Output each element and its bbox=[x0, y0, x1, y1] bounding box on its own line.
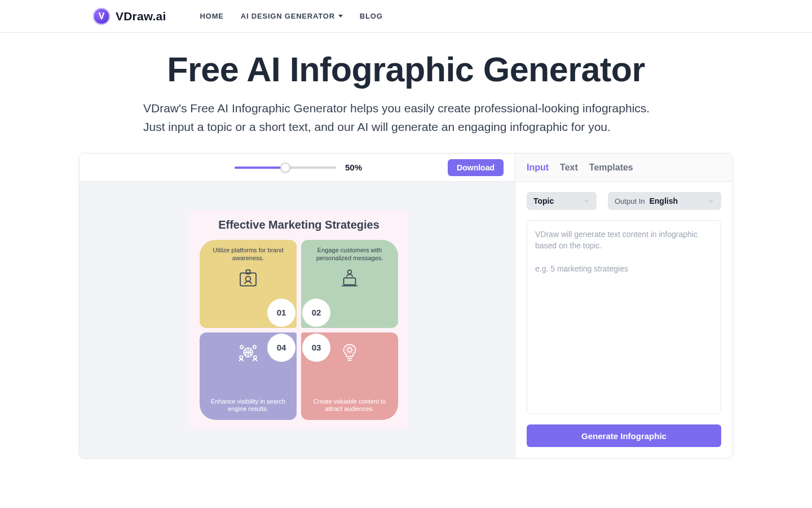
globe-people-icon bbox=[236, 341, 260, 365]
sidebar-tabs: Input Text Templates bbox=[515, 154, 732, 182]
output-in-label: Output In bbox=[615, 197, 645, 205]
tile-2-caption: Engage customers with personalized messa… bbox=[309, 247, 390, 262]
generate-button[interactable]: Generate Infographic bbox=[527, 424, 721, 447]
tab-input[interactable]: Input bbox=[527, 163, 549, 173]
brand[interactable]: V VDraw.ai bbox=[93, 8, 166, 25]
svg-point-8 bbox=[240, 345, 243, 348]
tile-1-caption: Utilize platforms for brand awareness. bbox=[208, 247, 289, 262]
tab-text[interactable]: Text bbox=[560, 163, 578, 173]
topic-type-value: Topic bbox=[533, 196, 554, 205]
download-button[interactable]: Download bbox=[448, 159, 504, 176]
app-card: 50% Download Effective Marketing Strateg… bbox=[79, 153, 733, 459]
top-nav: V VDraw.ai HOME AI DESIGN GENERATOR BLOG bbox=[0, 0, 812, 33]
svg-point-9 bbox=[253, 345, 256, 348]
brand-name: VDraw.ai bbox=[116, 10, 166, 23]
language-dropdown[interactable]: Output In English bbox=[608, 192, 721, 210]
page-subtitle: VDraw's Free AI Infographic Generator he… bbox=[135, 99, 677, 136]
nav-home[interactable]: HOME bbox=[200, 12, 224, 20]
svg-point-6 bbox=[240, 356, 242, 358]
tile-4: Enhance visibility in search engine resu… bbox=[200, 332, 297, 421]
svg-rect-0 bbox=[240, 273, 256, 286]
preview-canvas[interactable]: Effective Marketing Strategies Utilize p… bbox=[80, 182, 515, 458]
zoom-value: 50% bbox=[345, 163, 362, 172]
nav-list: HOME AI DESIGN GENERATOR BLOG bbox=[200, 12, 383, 20]
infographic-title: Effective Marketing Strategies bbox=[218, 218, 379, 232]
tile-1: Utilize platforms for brand awareness. bbox=[200, 240, 297, 328]
chevron-down-icon bbox=[708, 198, 714, 204]
tile-3: Create valuable content to attract audie… bbox=[301, 332, 398, 421]
svg-point-3 bbox=[348, 270, 352, 274]
infographic-preview: Effective Marketing Strategies Utilize p… bbox=[189, 210, 408, 429]
page-title: Free AI Infographic Generator bbox=[0, 50, 812, 89]
tile-4-caption: Enhance visibility in search engine resu… bbox=[208, 398, 289, 414]
hero: Free AI Infographic Generator VDraw's Fr… bbox=[0, 33, 812, 136]
nav-ai-design-generator[interactable]: AI DESIGN GENERATOR bbox=[241, 12, 343, 20]
preview-pane: 50% Download Effective Marketing Strateg… bbox=[80, 154, 515, 458]
nav-blog[interactable]: BLOG bbox=[360, 12, 383, 20]
zoom-slider-thumb[interactable] bbox=[280, 163, 290, 173]
sidebar-controls: Topic Output In English bbox=[515, 182, 732, 220]
tab-templates[interactable]: Templates bbox=[589, 163, 633, 173]
svg-rect-4 bbox=[344, 278, 356, 284]
zoom-slider[interactable] bbox=[235, 163, 336, 173]
tile-3-caption: Create valuable content to attract audie… bbox=[309, 398, 390, 414]
sidebar: Input Text Templates Topic Output In Eng… bbox=[515, 154, 732, 458]
infographic-quadrants: Utilize platforms for brand awareness. E… bbox=[200, 240, 398, 420]
person-laptop-icon bbox=[338, 267, 361, 291]
language-value: English bbox=[649, 196, 678, 205]
lightbulb-gear-icon bbox=[338, 341, 361, 365]
chevron-down-icon bbox=[338, 15, 343, 17]
svg-point-7 bbox=[254, 356, 257, 358]
topic-type-dropdown[interactable]: Topic bbox=[527, 192, 597, 210]
chevron-down-icon bbox=[583, 198, 590, 204]
id-badge-icon bbox=[236, 267, 260, 291]
svg-point-2 bbox=[246, 276, 251, 281]
preview-toolbar: 50% Download bbox=[80, 154, 515, 182]
svg-point-10 bbox=[348, 348, 352, 352]
tile-2: Engage customers with personalized messa… bbox=[301, 240, 398, 328]
brand-logo-icon: V bbox=[93, 8, 110, 25]
zoom-controls: 50% bbox=[235, 163, 362, 173]
topic-input[interactable]: VDraw will generate text content in info… bbox=[527, 220, 721, 414]
